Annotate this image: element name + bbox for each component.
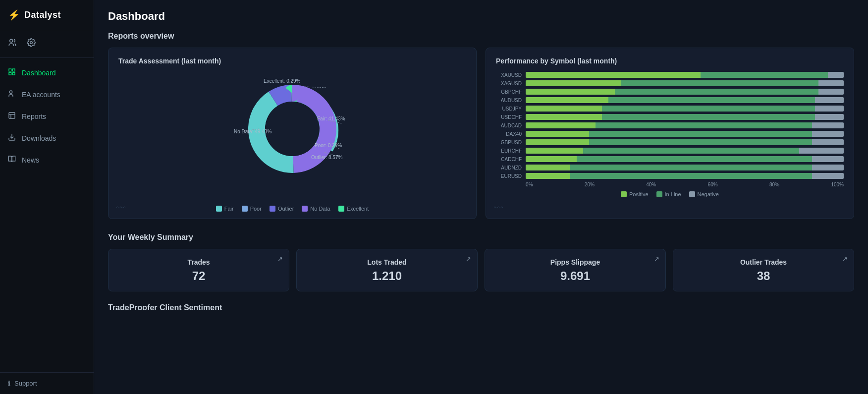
reports-overview-title: Reports overview xyxy=(108,32,854,41)
bar-inline-segment xyxy=(570,165,812,170)
bar-row: CADCHF xyxy=(496,156,844,162)
summary-card-title: Lots Traded xyxy=(306,258,468,266)
sidebar-nav: Dashboard EA accounts Reports Downloads … xyxy=(0,58,94,372)
bar-row: AUDCAD xyxy=(496,122,844,128)
bar-legend-positive-dot xyxy=(621,191,627,197)
external-link-icon: ↗ xyxy=(654,255,659,263)
summary-card-value: 9.691 xyxy=(494,269,656,283)
bar-track xyxy=(526,114,844,120)
summary-card-outlier-trades[interactable]: ↗Outlier Trades38 xyxy=(673,249,854,291)
bar-legend-positive: Positive xyxy=(621,191,649,197)
svg-text:Outlier: 8.57%: Outlier: 8.57% xyxy=(311,155,342,160)
summary-row: ↗Trades72↗Lots Traded1.210↗Pipps Slippag… xyxy=(108,249,854,291)
page-title: Dashboard xyxy=(108,10,854,23)
sidebar-item-dashboard[interactable]: Dashboard xyxy=(0,62,94,84)
sidebar-top-icons xyxy=(0,30,94,58)
bar-legend-negative-dot xyxy=(689,191,695,197)
bar-track xyxy=(526,80,844,86)
bar-inline-segment xyxy=(615,89,818,95)
legend-excellent-dot xyxy=(338,206,344,212)
performance-symbol-title: Performance by Symbol (last month) xyxy=(496,57,844,65)
sidebar-item-label: News xyxy=(22,156,39,164)
bar-track xyxy=(526,122,844,128)
bar-negative-segment xyxy=(812,165,844,170)
external-link-icon: ↗ xyxy=(277,255,283,263)
bar-inline-segment xyxy=(583,148,800,154)
donut-chart: Excellent: 0.29% Fair: 41.43% Poor: 0.29… xyxy=(233,72,352,186)
summary-card-pipps-slippage[interactable]: ↗Pipps Slippage9.691 xyxy=(485,249,666,291)
bar-inline-segment xyxy=(570,173,812,179)
legend-nodata-dot xyxy=(302,206,308,212)
external-link-icon: ↗ xyxy=(842,255,848,263)
bar-row: EURUSD xyxy=(496,173,844,179)
svg-text:Poor: 0.29%: Poor: 0.29% xyxy=(315,143,342,148)
bar-negative-segment xyxy=(815,97,844,103)
sidebar: ⚡ Datalyst Dashboard EA accounts Repor xyxy=(0,0,94,394)
bar-inline-segment xyxy=(596,122,812,128)
bar-label: CADCHF xyxy=(496,157,522,162)
bar-x-labels: 0% 20% 40% 60% 80% 100% xyxy=(496,182,844,187)
bar-track xyxy=(526,72,844,78)
bar-row: XAUUSD xyxy=(496,72,844,78)
performance-symbol-card: Performance by Symbol (last month) XAUUS… xyxy=(486,48,854,219)
sidebar-item-reports[interactable]: Reports xyxy=(0,106,94,127)
summary-card-trades[interactable]: ↗Trades72 xyxy=(108,249,289,291)
svg-point-0 xyxy=(10,39,13,42)
svg-point-6 xyxy=(9,91,12,93)
sidebar-item-ea-accounts[interactable]: EA accounts xyxy=(0,84,94,106)
svg-rect-5 xyxy=(12,72,15,75)
bar-negative-segment xyxy=(815,106,844,112)
bar-inline-segment xyxy=(589,131,812,137)
bar-negative-segment xyxy=(815,114,844,120)
bar-positive-segment xyxy=(526,122,596,128)
bar-label: XAUUSD xyxy=(496,72,522,78)
bar-label: GBPCHF xyxy=(496,89,522,95)
bar-positive-segment xyxy=(526,97,608,103)
bar-row: USDJPY xyxy=(496,106,844,112)
bar-row: DAX40 xyxy=(496,131,844,137)
gear-icon[interactable] xyxy=(27,38,36,50)
sidebar-item-label: Reports xyxy=(22,113,46,120)
sidebar-item-label: Downloads xyxy=(22,134,56,142)
bar-legend-inline-dot xyxy=(656,191,662,197)
legend-poor-label: Poor xyxy=(250,206,262,212)
bar-negative-segment xyxy=(812,131,844,137)
bar-label: USDCHF xyxy=(496,114,522,120)
dashboard-icon xyxy=(8,68,16,78)
bar-track xyxy=(526,139,844,145)
bar-label: AUDNZD xyxy=(496,165,522,170)
bar-negative-segment xyxy=(818,89,844,95)
bar-positive-segment xyxy=(526,89,615,95)
bar-positive-segment xyxy=(526,80,621,86)
bar-track xyxy=(526,148,844,154)
weekly-summary-title: Your Weekly Summary xyxy=(108,233,854,242)
legend-excellent: Excellent xyxy=(338,206,369,212)
bar-row: EURCHF xyxy=(496,148,844,154)
bar-negative-segment xyxy=(828,72,844,78)
summary-card-value: 38 xyxy=(682,269,845,283)
bar-negative-segment xyxy=(812,156,844,162)
bar-positive-segment xyxy=(526,173,570,179)
chart-footer-wave-icon: 〰 xyxy=(116,203,125,214)
bar-negative-segment xyxy=(812,173,844,179)
svg-text:Fair: 41.43%: Fair: 41.43% xyxy=(317,116,345,121)
bar-negative-segment xyxy=(799,148,844,154)
bar-row: AUDNZD xyxy=(496,165,844,170)
svg-rect-2 xyxy=(9,69,11,71)
legend-nodata-label: No Data xyxy=(310,206,330,212)
legend-fair: Fair xyxy=(216,206,234,212)
sidebar-item-downloads[interactable]: Downloads xyxy=(0,127,94,149)
bar-label: XAGUSD xyxy=(496,81,522,86)
bar-label: EURUSD xyxy=(496,173,522,179)
summary-card-title: Outlier Trades xyxy=(682,258,845,266)
bar-inline-segment xyxy=(602,114,815,120)
svg-rect-7 xyxy=(9,113,15,118)
support-link[interactable]: ℹ Support xyxy=(0,372,94,394)
bar-track xyxy=(526,173,844,179)
sidebar-item-news[interactable]: News xyxy=(0,149,94,171)
bar-track xyxy=(526,131,844,137)
bar-positive-segment xyxy=(526,114,602,120)
users-icon[interactable] xyxy=(8,38,17,50)
summary-card-lots-traded[interactable]: ↗Lots Traded1.210 xyxy=(296,249,478,291)
svg-point-16 xyxy=(265,102,320,156)
